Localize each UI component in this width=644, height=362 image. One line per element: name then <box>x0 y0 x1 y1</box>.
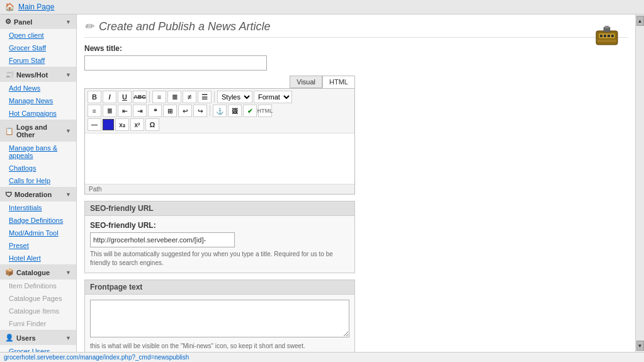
redo-button[interactable]: ↪ <box>193 105 207 117</box>
sidebar-item-hot-campaigns[interactable]: Hot Campaigns <box>0 107 76 120</box>
list-ordered-button[interactable]: ≣ <box>103 105 116 117</box>
chevron-down-icon: ▼ <box>65 72 71 78</box>
sidebar-section-users: 👤 Users ▼ Grocer Users View/Manage Badge… <box>0 331 76 352</box>
sidebar-section-users-header[interactable]: 👤 Users ▼ <box>0 331 76 345</box>
news-title-label: News title: <box>84 44 628 53</box>
tab-visual[interactable]: Visual <box>290 76 322 88</box>
bold-button[interactable]: B <box>88 91 101 103</box>
sidebar-section-moderation-header[interactable]: 🛡 Moderation ▼ <box>0 188 76 201</box>
chevron-down-icon: ▼ <box>65 335 71 341</box>
sidebar-item-chatlogs[interactable]: Chatlogs <box>0 162 76 174</box>
sidebar-item[interactable]: Forum Staff <box>0 54 76 67</box>
sidebar-section-logsother: 📋 Logs and Other ▼ Manage bans & appeals… <box>0 120 76 188</box>
sidebar-item-item-definitions[interactable]: Item Definitions <box>0 280 76 292</box>
scroll-up-button[interactable]: ▲ <box>636 16 644 26</box>
sidebar-item[interactable]: Grocer Staff <box>0 42 76 54</box>
toolbar-sep-2 <box>214 91 215 103</box>
seo-section: SEO-friendly URL SEO-friendly URL: This … <box>84 201 355 273</box>
underline-button[interactable]: U <box>118 91 132 103</box>
sidebar-section-panel-header[interactable]: ⚙ Panel ▼ <box>0 14 76 29</box>
news-title-input[interactable] <box>84 55 267 71</box>
moderation-icon: 🛡 <box>5 191 12 198</box>
seo-section-content: SEO-friendly URL: This will be automatic… <box>85 216 354 273</box>
news-title-field-group: News title: <box>84 44 628 71</box>
indent-button[interactable]: ⇥ <box>133 105 147 117</box>
page-title: ✏ Create and Publish a News Article <box>84 20 628 38</box>
editor-path: Path <box>85 184 354 194</box>
sidebar-item-interstitials[interactable]: Interstitials <box>0 201 76 214</box>
frontpage-textarea[interactable] <box>90 300 349 337</box>
table-button[interactable]: ⊞ <box>163 105 177 117</box>
chevron-down-icon: ▼ <box>65 269 71 276</box>
sidebar-item-calls[interactable]: Calls for Help <box>0 174 76 187</box>
hr-button[interactable]: — <box>88 118 101 131</box>
sidebar-section-logsother-header[interactable]: 📋 Logs and Other ▼ <box>0 120 76 142</box>
sidebar-section-catalogue: 📦 Catalogue ▼ Item Definitions Catalogue… <box>0 265 76 331</box>
toolbar-sep-3 <box>210 105 210 116</box>
status-url: grocerhotel.servebeer.com/manage/index.p… <box>4 354 189 361</box>
seo-url-label: SEO-friendly URL: <box>90 221 349 230</box>
align-justify-button[interactable]: ☰ <box>198 91 212 103</box>
sidebar-item-mod-admin-tool[interactable]: Mod/Admin Tool <box>0 227 76 239</box>
sidebar-item-add-news[interactable]: Add News <box>0 82 76 94</box>
styles-select[interactable]: Styles <box>217 91 252 103</box>
chevron-down-icon: ▼ <box>65 128 71 134</box>
sidebar-section-catalogue-header[interactable]: 📦 Catalogue ▼ <box>0 265 76 280</box>
frontpage-hint: this is what will be visible on the "Min… <box>90 342 349 351</box>
blockquote-button[interactable]: ❝ <box>148 105 162 117</box>
editor-toolbar: B I U ABC ≡ ≣ ≠ ☰ Styles <box>85 89 354 133</box>
seo-url-input[interactable] <box>90 232 235 247</box>
panel-icon: ⚙ <box>5 18 11 26</box>
sidebar-item-catalogue-pages[interactable]: Catalogue Pages <box>0 292 76 305</box>
sidebar-item-badge-definitions[interactable]: Badge Definitions <box>0 214 76 227</box>
image-button[interactable]: 🖼 <box>228 105 242 117</box>
tab-html[interactable]: HTML <box>322 76 355 88</box>
align-right-button[interactable]: ≠ <box>183 91 196 103</box>
toolbar-row-1: B I U ABC ≡ ≣ ≠ ☰ Styles <box>88 91 352 103</box>
color-button[interactable] <box>103 119 114 130</box>
scroll-down-button[interactable]: ▼ <box>636 341 644 351</box>
format-select[interactable]: Format <box>254 91 292 103</box>
main-page-link[interactable]: Main Page <box>18 3 54 11</box>
sidebar-item-bans[interactable]: Manage bans & appeals <box>0 142 76 162</box>
html-button[interactable]: HTML <box>258 105 272 117</box>
align-left-button[interactable]: ≡ <box>152 91 166 103</box>
sidebar-item[interactable]: Open client <box>0 29 76 42</box>
superscript-button[interactable]: x² <box>130 118 144 131</box>
svg-rect-2 <box>600 35 602 37</box>
logs-icon: 📋 <box>5 127 14 135</box>
sidebar-item-furni-finder[interactable]: Furni Finder <box>0 317 76 330</box>
sidebar-item-catalogue-items[interactable]: Catalogue Items <box>0 305 76 317</box>
editor-area[interactable] <box>85 133 354 184</box>
list-unordered-button[interactable]: ≡ <box>88 105 101 117</box>
frontpage-section: Frontpage text this is what will be visi… <box>84 280 355 352</box>
sidebar-item-manage-news[interactable]: Manage News <box>0 94 76 107</box>
status-bar: grocerhotel.servebeer.com/manage/index.p… <box>0 352 644 362</box>
strikethrough-button[interactable]: ABC <box>133 91 147 103</box>
italic-button[interactable]: I <box>103 91 116 103</box>
sidebar-section-panel: ⚙ Panel ▼ Open client Grocer Staff Forum… <box>0 14 76 67</box>
sidebar-section-newshot-header[interactable]: 📰 News/Hot ▼ <box>0 67 76 82</box>
toolbar-sep <box>149 91 150 103</box>
news-icon: 📰 <box>5 71 14 79</box>
sidebar-section-newshot: 📰 News/Hot ▼ Add News Manage News Hot Ca… <box>0 67 76 120</box>
toolbar-row-3: — x₂ x² Ω <box>88 118 352 131</box>
catalogue-icon: 📦 <box>5 268 14 276</box>
sidebar-item-preset[interactable]: Preset <box>0 239 76 252</box>
editor-tabs: Visual HTML <box>84 76 355 88</box>
scrollbar-track: ▲ ▼ <box>635 14 644 352</box>
outdent-button[interactable]: ⇤ <box>118 105 132 117</box>
subscript-button[interactable]: x₂ <box>115 118 129 131</box>
top-bar: 🏠 Main Page <box>0 0 644 14</box>
frontpage-section-title: Frontpage text <box>85 280 354 295</box>
link-button[interactable]: ⚓ <box>213 105 227 117</box>
special-char-button[interactable]: Ω <box>145 118 159 131</box>
sidebar-item-grocer-users[interactable]: Grocer Users <box>0 345 76 352</box>
chevron-down-icon: ▼ <box>65 19 71 25</box>
sidebar-item-hotel-alert[interactable]: Hotel Alert <box>0 252 76 264</box>
sidebar-section-moderation: 🛡 Moderation ▼ Interstitials Badge Defin… <box>0 188 76 265</box>
media-button[interactable]: ✔ <box>243 105 257 117</box>
undo-button[interactable]: ↩ <box>178 105 192 117</box>
align-center-button[interactable]: ≣ <box>167 91 181 103</box>
svg-rect-5 <box>611 35 614 37</box>
